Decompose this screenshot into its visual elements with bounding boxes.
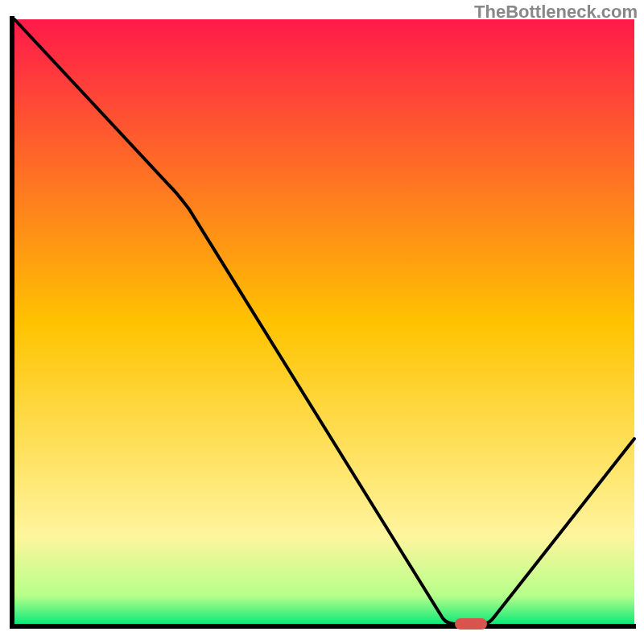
optimal-marker (455, 618, 487, 630)
watermark-text: TheBottleneck.com (474, 2, 638, 23)
heatmap-background (14, 19, 634, 626)
bottleneck-chart (0, 0, 644, 644)
